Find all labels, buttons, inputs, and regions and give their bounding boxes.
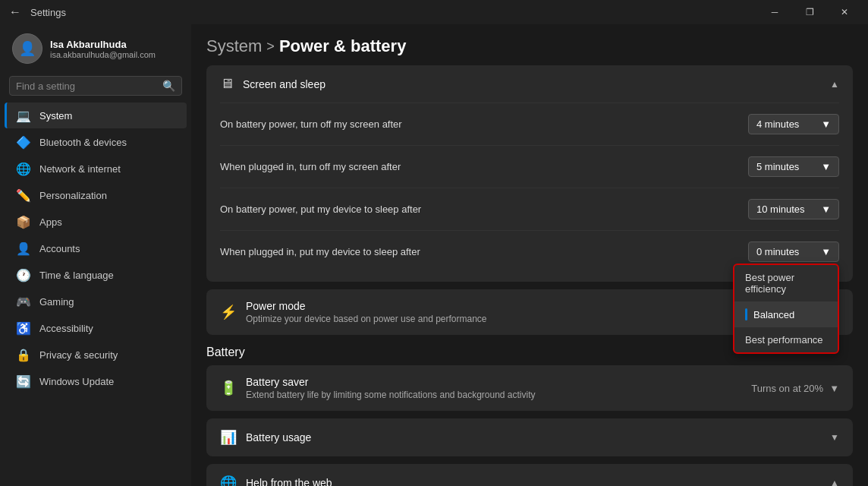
sidebar-item-bluetooth[interactable]: 🔷 Bluetooth & devices: [5, 129, 187, 155]
dropdown-battery-screen-chevron: ▼: [821, 118, 831, 130]
sidebar: 👤 Isa Akbarulhuda isa.akbarulhuda@gmail.…: [0, 24, 191, 486]
user-email: isa.akbarulhuda@gmail.com: [50, 50, 156, 59]
update-nav-label: Windows Update: [39, 376, 114, 387]
screen-sleep-header[interactable]: 🖥 Screen and sleep ▲: [206, 65, 853, 103]
dropdown-plugged-screen-btn[interactable]: 5 minutes ▼: [748, 156, 839, 177]
apps-nav-label: Apps: [39, 216, 62, 228]
close-button[interactable]: ✕: [827, 0, 862, 24]
breadcrumb-current: Power & battery: [279, 36, 407, 56]
dropdown-battery-sleep-chevron: ▼: [821, 204, 831, 215]
battery-saver-card: 🔋 Battery saver Extend battery life by l…: [206, 365, 853, 411]
battery-icon: 🔋: [220, 380, 237, 396]
nav-items: 💻 System 🔷 Bluetooth & devices 🌐 Network…: [0, 102, 191, 395]
setting-label-2: When plugged in, turn off my screen afte…: [220, 161, 401, 172]
breadcrumb-system: System: [206, 36, 262, 56]
user-section: 👤 Isa Akbarulhuda isa.akbarulhuda@gmail.…: [0, 24, 191, 73]
user-info: Isa Akbarulhuda isa.akbarulhuda@gmail.co…: [50, 39, 156, 59]
screen-sleep-card: 🖥 Screen and sleep ▲ On battery power, t…: [206, 65, 853, 282]
update-nav-icon: 🔄: [17, 374, 30, 388]
restore-button[interactable]: ❐: [792, 0, 827, 24]
dropdown-battery-screen-value: 4 minutes: [756, 118, 799, 130]
screen-sleep-body: On battery power, turn off my screen aft…: [206, 103, 853, 282]
titlebar-controls: ─ ❐ ✕: [757, 0, 862, 24]
sidebar-item-accounts[interactable]: 👤 Accounts: [5, 235, 187, 261]
system-nav-icon: 💻: [17, 109, 30, 122]
power-option-efficiency[interactable]: Best power efficiency: [734, 265, 838, 301]
system-nav-label: System: [39, 110, 72, 122]
setting-row-2: When plugged in, turn off my screen afte…: [220, 145, 839, 188]
power-mode-left: ⚡ Power mode Optimize your device based …: [220, 300, 487, 324]
search-box[interactable]: 🔍: [9, 76, 182, 96]
back-button[interactable]: ←: [6, 3, 24, 21]
battery-usage-left: 📊 Battery usage: [220, 429, 311, 446]
battery-saver-chevron: ▼: [829, 383, 839, 394]
search-icon: 🔍: [162, 80, 175, 92]
sidebar-item-personalization[interactable]: ✏️ Personalization: [5, 182, 187, 208]
power-option-performance[interactable]: Best performance: [734, 327, 838, 352]
time-nav-icon: 🕐: [17, 268, 30, 282]
dropdown-plugged-screen-chevron: ▼: [821, 161, 831, 172]
sidebar-item-network[interactable]: 🌐 Network & internet: [5, 156, 187, 181]
dropdown-battery-screen: 4 minutes ▼: [748, 114, 839, 134]
battery-saver-status: Turns on at 20%: [751, 383, 823, 394]
personalization-nav-label: Personalization: [39, 190, 107, 201]
globe-icon: 🌐: [220, 475, 237, 486]
search-input[interactable]: [16, 80, 158, 92]
dropdown-battery-sleep-btn[interactable]: 10 minutes ▼: [748, 199, 839, 219]
power-mode-dropdown-menu: Best power efficiency Balanced Best perf…: [733, 264, 839, 354]
gaming-nav-icon: 🎮: [17, 295, 30, 308]
sidebar-item-gaming[interactable]: 🎮 Gaming: [5, 289, 187, 314]
minimize-button[interactable]: ─: [757, 0, 792, 24]
help-header[interactable]: 🌐 Help from the web ▲: [206, 464, 853, 486]
screen-sleep-title: Screen and sleep: [243, 78, 326, 90]
sidebar-item-privacy[interactable]: 🔒 Privacy & security: [5, 342, 187, 368]
titlebar-title: Settings: [30, 7, 66, 18]
dropdown-plugged-sleep-value: 0 minutes: [756, 246, 799, 257]
battery-usage-chevron: ▼: [830, 432, 839, 443]
setting-row-4: When plugged in, put my device to sleep …: [220, 230, 839, 273]
selected-bar: [745, 308, 747, 320]
accounts-nav-label: Accounts: [39, 243, 80, 254]
setting-label-1: On battery power, turn off my screen aft…: [220, 118, 402, 130]
dropdown-plugged-sleep-chevron: ▼: [821, 246, 831, 257]
chart-icon: 📊: [220, 429, 237, 446]
breadcrumb-sep: >: [266, 39, 275, 55]
power-mode-title: Power mode: [246, 300, 487, 312]
privacy-nav-label: Privacy & security: [39, 349, 118, 361]
apps-nav-icon: 📦: [17, 215, 30, 229]
battery-saver-row: 🔋 Battery saver Extend battery life by l…: [206, 365, 853, 411]
battery-saver-title: Battery saver: [246, 376, 536, 388]
sidebar-item-update[interactable]: 🔄 Windows Update: [5, 368, 187, 394]
user-name: Isa Akbarulhuda: [50, 39, 156, 50]
setting-label-3: On battery power, put my device to sleep…: [220, 204, 421, 215]
sidebar-item-time[interactable]: 🕐 Time & language: [5, 262, 187, 288]
setting-row-3: On battery power, put my device to sleep…: [220, 188, 839, 230]
bluetooth-nav-icon: 🔷: [17, 135, 30, 149]
sidebar-item-apps[interactable]: 📦 Apps: [5, 209, 187, 235]
avatar: 👤: [12, 33, 42, 64]
dropdown-plugged-sleep-btn[interactable]: 0 minutes ▼: [748, 241, 839, 262]
power-mode-desc: Optimize your device based on power use …: [246, 314, 487, 324]
sidebar-item-system[interactable]: 💻 System: [5, 103, 187, 128]
bluetooth-nav-label: Bluetooth & devices: [39, 137, 127, 148]
gaming-nav-label: Gaming: [39, 296, 74, 308]
privacy-nav-icon: 🔒: [17, 348, 30, 361]
battery-usage-header[interactable]: 📊 Battery usage ▼: [206, 418, 853, 456]
battery-saver-left: 🔋 Battery saver Extend battery life by l…: [220, 376, 536, 400]
dropdown-battery-screen-btn[interactable]: 4 minutes ▼: [748, 114, 839, 134]
accounts-nav-icon: 👤: [17, 241, 30, 255]
sidebar-item-accessibility[interactable]: ♿ Accessibility: [5, 315, 187, 341]
battery-usage-card: 📊 Battery usage ▼: [206, 418, 853, 456]
monitor-icon: 🖥: [220, 76, 234, 92]
dropdown-battery-sleep: 10 minutes ▼: [748, 199, 839, 219]
screen-sleep-header-left: 🖥 Screen and sleep: [220, 76, 326, 92]
power-option-efficiency-label: Best power efficiency: [745, 272, 827, 295]
battery-saver-desc: Extend battery life by limiting some not…: [246, 390, 536, 400]
network-nav-label: Network & internet: [39, 163, 121, 175]
power-option-balanced[interactable]: Balanced: [734, 301, 838, 327]
time-nav-label: Time & language: [39, 270, 114, 281]
personalization-nav-icon: ✏️: [17, 188, 30, 202]
setting-row-1: On battery power, turn off my screen aft…: [220, 103, 839, 145]
titlebar: ← Settings ─ ❐ ✕: [0, 0, 868, 24]
accessibility-nav-icon: ♿: [17, 321, 30, 335]
